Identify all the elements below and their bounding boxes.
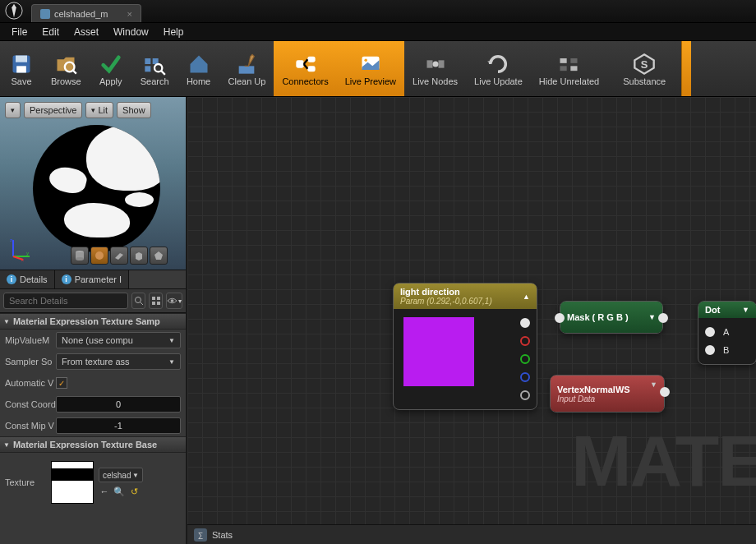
material-graph[interactable]: MATE light direction Param (0.292,-0,0.6… (187, 97, 756, 524)
use-selected-icon[interactable]: ← (99, 486, 110, 497)
eye-icon[interactable]: ▾ (166, 293, 182, 309)
svg-point-36 (95, 251, 104, 260)
svg-point-18 (364, 58, 367, 62)
editor-tab[interactable]: celshaded_m × (31, 4, 141, 22)
shape-cube-button[interactable] (130, 247, 148, 265)
details-tabs: i Details i Parameter I (0, 270, 186, 289)
viewport-options-button[interactable]: ▾ (5, 102, 21, 118)
category-header[interactable]: ▼Material Expression Texture Samp (0, 313, 186, 330)
info-icon: i (62, 274, 71, 284)
mip-dropdown[interactable]: None (use compu▼ (56, 332, 181, 348)
tool-cleanup[interactable]: Clean Up (220, 41, 274, 96)
svg-rect-6 (145, 58, 150, 64)
tab-details[interactable]: i Details (0, 270, 55, 288)
svg-point-21 (432, 61, 438, 67)
svg-rect-2 (16, 55, 27, 62)
shape-cylinder-button[interactable] (71, 247, 89, 265)
home-icon (186, 52, 212, 76)
output-pin-a[interactable] (520, 390, 530, 400)
tool-search[interactable]: Search (132, 41, 177, 96)
output-pin-r[interactable] (520, 336, 530, 346)
node-light-direction[interactable]: light direction Param (0.292,-0,0.607,1)… (393, 283, 537, 410)
toolbar-overflow[interactable] (681, 41, 691, 96)
node-subtitle: Input Data (557, 394, 595, 403)
preview-sphere (33, 125, 160, 252)
shape-mesh-button[interactable] (150, 247, 168, 265)
svg-rect-12 (296, 60, 303, 67)
close-icon[interactable]: × (127, 9, 131, 19)
input-pin[interactable] (555, 313, 565, 323)
stats-icon: ∑ (194, 528, 207, 542)
shape-sphere-button[interactable] (90, 247, 108, 265)
preview-viewport[interactable]: ▾ Perspective ▾Lit Show z y x (0, 97, 186, 270)
tool-livenodes[interactable]: Live Nodes (404, 41, 466, 96)
texture-thumbnail[interactable] (51, 461, 94, 504)
tool-browse[interactable]: Browse (43, 41, 90, 96)
search-icon[interactable] (131, 293, 145, 309)
category-header[interactable]: ▼Material Expression Texture Base (0, 436, 186, 453)
svg-point-35 (76, 257, 84, 260)
viewport-lit-button[interactable]: ▾Lit (85, 102, 113, 118)
svg-rect-41 (152, 302, 155, 305)
output-pin[interactable] (658, 313, 668, 323)
menu-edit[interactable]: Edit (42, 26, 59, 38)
tool-substance[interactable]: S Substance (607, 41, 681, 96)
output-pin-b[interactable] (520, 372, 530, 382)
tool-save[interactable]: Save (0, 41, 43, 96)
node-title: Mask ( R G B ) (567, 312, 629, 322)
chevron-down-icon[interactable]: ▼ (648, 313, 656, 321)
prop-constcoord: Const Coord 0 (0, 394, 186, 415)
browse-to-icon[interactable]: 🔍 (113, 486, 125, 497)
tab-parameters[interactable]: i Parameter I (55, 270, 129, 288)
constcoord-spinner[interactable]: 0 (56, 396, 181, 413)
asset-icon (40, 9, 50, 19)
svg-rect-19 (426, 60, 432, 67)
details-body[interactable]: ▼Material Expression Texture Samp MipVal… (0, 313, 186, 544)
chevron-down-icon[interactable]: ▼ (650, 380, 657, 389)
tool-connectors[interactable]: Connectors (274, 41, 336, 96)
svg-rect-24 (560, 66, 567, 71)
reset-icon[interactable]: ↺ (128, 486, 140, 497)
menu-file[interactable]: File (12, 26, 27, 38)
sampler-dropdown[interactable]: From texture ass▼ (56, 353, 181, 370)
output-pin-rgb[interactable] (520, 318, 530, 328)
output-pin-g[interactable] (520, 354, 530, 364)
svg-line-5 (73, 70, 77, 74)
node-dot[interactable]: Dot ▼ A B (698, 301, 756, 365)
svg-line-16 (303, 64, 307, 69)
tool-apply[interactable]: Apply (90, 41, 132, 96)
viewport-show-button[interactable]: Show (117, 102, 151, 118)
axis-gizmo-icon: z y x (8, 237, 33, 261)
svg-rect-8 (145, 66, 150, 71)
svg-rect-40 (157, 297, 160, 300)
input-pin-b[interactable] (705, 345, 715, 355)
chevron-up-icon[interactable]: ▲ (523, 293, 530, 301)
svg-point-43 (171, 299, 174, 302)
constmip-spinner[interactable]: -1 (56, 417, 181, 434)
menu-window[interactable]: Window (113, 26, 149, 38)
automatic-checkbox[interactable]: ✓ (56, 377, 67, 389)
stats-panel[interactable]: ∑ Stats (187, 524, 756, 544)
texture-dropdown[interactable]: celshad▼ (99, 468, 143, 482)
chevron-down-icon[interactable]: ▼ (742, 306, 749, 314)
svg-text:S: S (641, 58, 648, 70)
tool-liveupdate[interactable]: Live Update (466, 41, 531, 96)
node-title: Dot (705, 305, 720, 315)
shape-plane-button[interactable] (110, 247, 128, 265)
tool-hideunrelated[interactable]: Hide Unrelated (531, 41, 607, 96)
search-input[interactable] (3, 293, 128, 309)
output-pin[interactable] (660, 387, 670, 397)
input-pin-a[interactable] (705, 327, 715, 337)
menu-asset[interactable]: Asset (74, 26, 99, 38)
svg-line-38 (141, 302, 143, 305)
search-row: ▾ (0, 289, 186, 313)
menu-help[interactable]: Help (164, 26, 184, 38)
livenodes-icon (422, 52, 449, 76)
viewport-perspective-button[interactable]: Perspective (24, 102, 82, 118)
tool-home[interactable]: Home (177, 41, 220, 96)
node-mask-rgb[interactable]: Mask ( R G B ) ▼ (560, 301, 663, 334)
tool-livepreview[interactable]: Live Preview (337, 41, 404, 96)
node-vertexnormalws[interactable]: VertexNormalWS Input Data ▼ (550, 375, 665, 413)
grid-icon[interactable] (149, 293, 163, 309)
prop-texture: Texture celshad▼ ← 🔍 ↺ (0, 453, 186, 512)
